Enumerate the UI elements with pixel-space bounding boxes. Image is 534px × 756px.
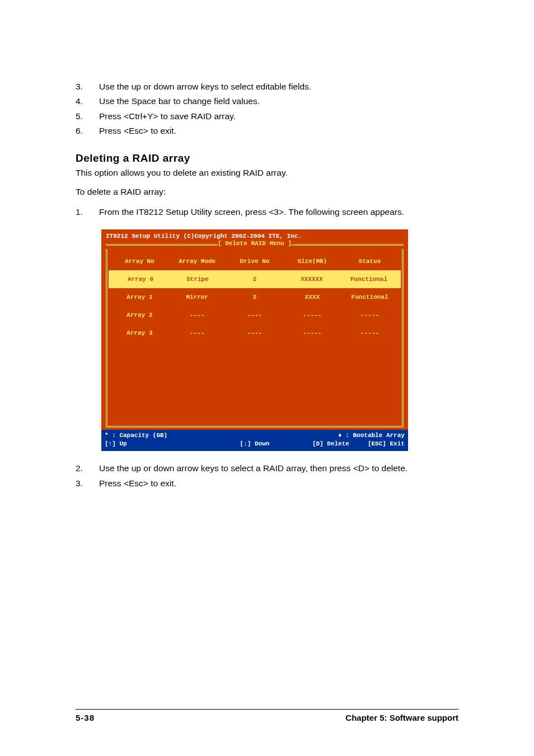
box-rule [106, 244, 218, 246]
cell: ----- [341, 330, 399, 336]
cell: ----- [283, 330, 341, 336]
legend-capacity: * : Capacity (GB) [105, 431, 205, 440]
bios-footer-legend: * : Capacity (GB) ♦ : Bootable Array [↑]… [101, 430, 408, 451]
legend-up: [↑] Up [105, 440, 205, 448]
cell: XXXX [283, 294, 341, 300]
bios-screenshot: IT8212 Setup Utility (C)Copyright 2002-2… [101, 229, 408, 451]
col-header: Drive No [226, 258, 284, 265]
cell: ----- [341, 312, 399, 318]
cell: Array 3 [111, 330, 168, 336]
legend-delete: [D] Delete [312, 440, 349, 447]
section-heading: Deleting a RAID array [76, 152, 458, 165]
cell: Array 0 [112, 276, 169, 283]
step-text: Press <Esc> to exit. [99, 477, 458, 490]
step-text: From the IT8212 Setup Utility screen, pr… [99, 206, 458, 218]
cell: Functional [341, 294, 399, 300]
cell: ---- [226, 312, 284, 318]
table-row-selected[interactable]: Array 0 Stripe 2 XXXXXX Functional [109, 270, 401, 288]
bios-body: [ Delete RAID Menu ] Array No Array Mode… [101, 240, 408, 430]
table-header-row: Array No Array Mode Drive No Size(MB) St… [107, 252, 402, 270]
step-item: 4.Use the Space bar to change field valu… [76, 95, 458, 107]
step-text: Press <Ctrl+Y> to save RAID array. [99, 110, 458, 123]
step-list-mid: 1.From the IT8212 Setup Utility screen, … [76, 206, 458, 218]
cell: Array 2 [111, 312, 168, 318]
box-rule [292, 244, 404, 246]
step-number: 6. [76, 125, 99, 137]
step-item: 2.Use the up or down arrow keys to selec… [76, 462, 458, 475]
legend-spacer [205, 431, 305, 440]
step-item: 3.Use the up or down arrow keys to selec… [76, 81, 458, 93]
chapter-label: Chapter 5: Software support [345, 713, 458, 722]
bios-copyright: IT8212 Setup Utility (C)Copyright 2002-2… [101, 229, 408, 241]
step-item: 1.From the IT8212 Setup Utility screen, … [76, 206, 458, 218]
step-number: 2. [76, 462, 99, 475]
step-list-bottom: 2.Use the up or down arrow keys to selec… [76, 462, 458, 490]
col-header: Status [341, 258, 399, 265]
cell: ---- [226, 330, 284, 336]
cell: ---- [168, 312, 226, 318]
step-text: Use the up or down arrow keys to select … [99, 462, 458, 475]
step-item: 6.Press <Esc> to exit. [76, 125, 458, 137]
table-row[interactable]: Array 2 ---- ---- ----- ----- [107, 306, 402, 324]
page-footer: 5-38 Chapter 5: Software support [76, 709, 458, 722]
page-number: 5-38 [76, 713, 95, 722]
step-number: 4. [76, 95, 99, 107]
col-header: Array Mode [168, 258, 226, 265]
table-row[interactable]: Array 3 ---- ---- ----- ----- [107, 324, 402, 342]
cell: Stripe [169, 276, 226, 283]
step-text: Press <Esc> to exit. [99, 125, 458, 137]
bios-menu-title: [ Delete RAID Menu ] [218, 240, 292, 249]
cell: 2 [226, 276, 283, 283]
step-item: 3.Press <Esc> to exit. [76, 477, 458, 490]
step-number: 1. [76, 206, 99, 218]
step-text: Use the Space bar to change field values… [99, 95, 458, 107]
col-header: Size(MB) [283, 258, 341, 265]
legend-bootable: ♦ : Bootable Array [305, 431, 405, 440]
cell: XXXXXX [283, 276, 340, 283]
step-item: 5.Press <Ctrl+Y> to save RAID array. [76, 110, 458, 123]
step-number: 5. [76, 110, 99, 123]
table-row[interactable]: Array 1 Mirror 2 XXXX Functional [107, 288, 402, 306]
cell: Functional [340, 276, 397, 283]
cell: 2 [226, 294, 284, 300]
cell: Array 1 [111, 294, 168, 300]
legend-down: [↓] Down [205, 440, 305, 448]
bios-inner-box: Array No Array Mode Drive No Size(MB) St… [106, 249, 404, 428]
step-number: 3. [76, 81, 99, 93]
step-number: 3. [76, 477, 99, 490]
col-header: Array No [111, 258, 168, 265]
lead-in-text: To delete a RAID array: [76, 187, 458, 197]
legend-del-exit: [D] Delete [ESC] Exit [305, 440, 405, 448]
cell: Mirror [168, 294, 226, 300]
legend-exit: [ESC] Exit [368, 440, 405, 447]
intro-paragraph: This option allows you to delete an exis… [76, 168, 458, 178]
step-list-top: 3.Use the up or down arrow keys to selec… [76, 81, 458, 138]
cell: ---- [168, 330, 226, 336]
step-text: Use the up or down arrow keys to select … [99, 81, 458, 93]
cell: ----- [283, 312, 341, 318]
